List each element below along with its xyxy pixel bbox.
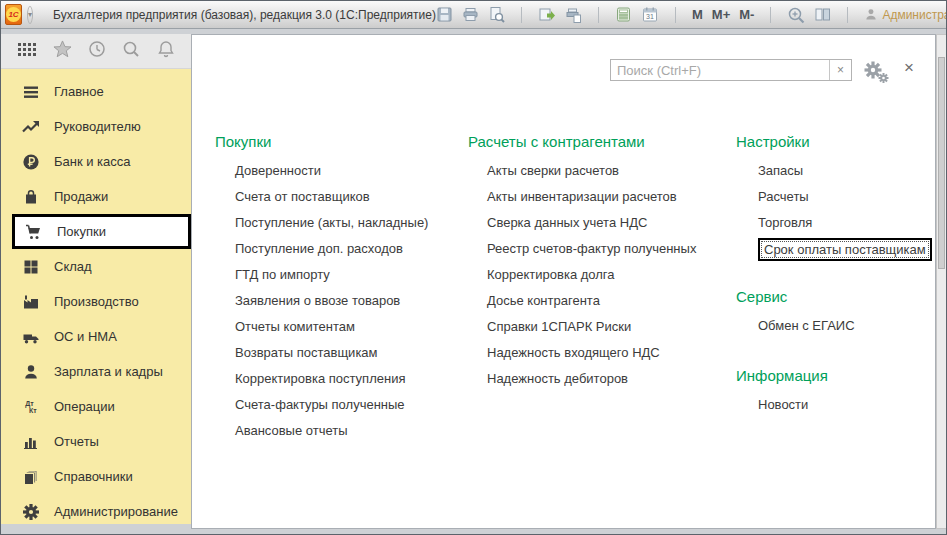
sidebar-item-main[interactable]: Главное xyxy=(1,74,191,109)
separator xyxy=(847,7,848,23)
memory-plus-button[interactable]: M+ xyxy=(712,7,730,22)
user-icon xyxy=(864,7,878,22)
sidebar-item-label: Покупки xyxy=(57,224,106,239)
sidebar-item-label: Производство xyxy=(54,294,139,309)
section-header: Настройки xyxy=(736,132,932,152)
search-input[interactable] xyxy=(611,60,829,80)
column-settings: Настройки Запасы Расчеты Торговля Срок о… xyxy=(736,132,932,418)
sidebar-item-bank-cash[interactable]: Банк и касса xyxy=(1,144,191,179)
sidebar-item-administration[interactable]: Администрирование xyxy=(1,494,191,524)
link-dosye-kontragenta[interactable]: Досье контрагента xyxy=(487,288,696,314)
calendar-icon[interactable]: 31 xyxy=(641,6,659,23)
print-preview-icon[interactable] xyxy=(488,6,505,23)
sidebar-item-production[interactable]: Производство xyxy=(1,284,191,319)
titlebar-toolbar: 31 M M+ M- Администратор i ▾ xyxy=(436,6,947,24)
cart-icon xyxy=(24,223,44,241)
sidebar-item-label: Отчеты xyxy=(54,434,99,449)
sidebar-item-salary-hr[interactable]: Зарплата и кадры xyxy=(1,354,191,389)
svg-text:31: 31 xyxy=(646,13,654,20)
debit-credit-icon: Дт Кт xyxy=(21,400,41,414)
link-korrektirovka-dolga[interactable]: Корректировка долга xyxy=(487,262,696,288)
link-akty-sverki-raschetov[interactable]: Акты сверки расчетов xyxy=(487,158,696,184)
books-icon xyxy=(21,468,41,486)
panel-close-button[interactable]: × xyxy=(904,58,914,78)
memory-button[interactable]: M xyxy=(692,7,703,22)
sidebar-item-sales[interactable]: Продажи xyxy=(1,179,191,214)
link-srok-oplaty-postavshchikam[interactable]: Срок оплаты поставщикам xyxy=(758,236,932,262)
shopping-bag-icon xyxy=(21,188,41,206)
search-clear-button[interactable]: × xyxy=(829,60,851,80)
memory-minus-button[interactable]: M- xyxy=(739,7,754,22)
print-document-icon[interactable] xyxy=(565,6,582,23)
column-purchases: Покупки Доверенности Счета от поставщико… xyxy=(215,132,428,444)
link-reestr-schetov-faktur-poluchennyh[interactable]: Реестр счетов-фактур полученных xyxy=(487,236,696,262)
panel-toolbar xyxy=(1,34,191,69)
link-postuplenie-dop-rashodov[interactable]: Поступление доп. расходов xyxy=(235,236,428,262)
save-icon[interactable] xyxy=(436,6,453,23)
sidebar-item-label: ОС и НМА xyxy=(54,329,117,344)
sidebar-item-label: Склад xyxy=(54,259,92,274)
trend-icon xyxy=(21,118,41,136)
link-torgovlya[interactable]: Торговля xyxy=(758,210,932,236)
sidebar-item-label: Главное xyxy=(54,84,104,99)
link-scheta-ot-postavshchikov[interactable]: Счета от поставщиков xyxy=(235,184,428,210)
send-file-icon[interactable] xyxy=(538,6,556,23)
section-header: Расчеты с контрагентами xyxy=(468,132,696,152)
link-novosti[interactable]: Новости xyxy=(758,392,932,418)
sidebar-item-label: Справочники xyxy=(54,469,133,484)
calculator-icon[interactable] xyxy=(615,6,632,23)
separator xyxy=(770,7,771,23)
settings-gears-button[interactable] xyxy=(863,60,890,88)
sidebar-item-label: Администрирование xyxy=(54,504,178,519)
link-sverka-dannyh-ucheta-nds[interactable]: Сверка данных учета НДС xyxy=(487,210,696,236)
link-doverennosti[interactable]: Доверенности xyxy=(235,158,428,184)
link-obmen-s-egais[interactable]: Обмен с ЕГАИС xyxy=(758,313,932,339)
zoom-icon[interactable] xyxy=(787,6,805,24)
history-clock-icon[interactable] xyxy=(88,40,106,62)
section-header: Покупки xyxy=(215,132,428,152)
service-menu-button[interactable] xyxy=(17,42,36,61)
link-scheta-faktury-poluchennye[interactable]: Счета-фактуры полученные xyxy=(235,392,428,418)
sidebar-item-reports[interactable]: Отчеты xyxy=(1,424,191,459)
sidebar-item-operations[interactable]: Дт Кт Операции xyxy=(1,389,191,424)
app-logo: 1С xyxy=(5,4,22,25)
window-title: Бухгалтерия предприятия (базовая), редак… xyxy=(53,8,436,22)
link-nadezhnost-debitorov[interactable]: Надежность дебиторов xyxy=(487,366,696,392)
link-avansovye-otchety[interactable]: Авансовые отчеты xyxy=(235,418,428,444)
link-zapasy[interactable]: Запасы xyxy=(758,158,932,184)
search-magnifier-icon[interactable] xyxy=(122,40,140,62)
scrollbar-track[interactable] xyxy=(936,34,947,529)
sidebar-item-directories[interactable]: Справочники xyxy=(1,459,191,494)
sidebar-item-fixed-assets[interactable]: ОС и НМА xyxy=(1,319,191,354)
link-nadezhnost-vhodyashchego-nds[interactable]: Надежность входящего НДС xyxy=(487,340,696,366)
split-window-icon[interactable] xyxy=(814,6,831,23)
link-vozvraty-postavshchikam[interactable]: Возвраты поставщикам xyxy=(235,340,428,366)
sidebar-item-label: Руководителю xyxy=(54,119,141,134)
sidebar-item-manager[interactable]: Руководителю xyxy=(1,109,191,144)
separator xyxy=(598,7,599,23)
link-zayavleniya-o-vvoze-tovarov[interactable]: Заявления о ввозе товаров xyxy=(235,288,428,314)
sidebar-item-purchases[interactable]: Покупки xyxy=(12,214,191,249)
link-akty-inventarizatsii-raschetov[interactable]: Акты инвентаризации расчетов xyxy=(487,184,696,210)
link-raschety[interactable]: Расчеты xyxy=(758,184,932,210)
app-window: 1С ▾ Бухгалтерия предприятия (базовая), … xyxy=(0,0,947,535)
scrollbar-thumb[interactable] xyxy=(938,57,945,269)
link-postuplenie-akty-nakladnye[interactable]: Поступление (акты, накладные) xyxy=(235,210,428,236)
sidebar-item-warehouse[interactable]: Склад xyxy=(1,249,191,284)
bar-chart-icon xyxy=(21,433,41,451)
separator xyxy=(521,7,522,23)
print-icon[interactable] xyxy=(462,6,479,23)
link-spravki-1spark-riski[interactable]: Справки 1СПАРК Риски xyxy=(487,314,696,340)
search-box: × xyxy=(610,59,852,81)
window-menu-button[interactable]: ▾ xyxy=(27,6,33,24)
title-bar: 1С ▾ Бухгалтерия предприятия (базовая), … xyxy=(1,1,946,29)
sidebar-item-label: Продажи xyxy=(54,189,108,204)
favorites-star-icon[interactable] xyxy=(53,40,72,62)
notifications-bell-icon[interactable] xyxy=(157,40,175,62)
link-korrektirovka-postupleniya[interactable]: Корректировка поступления xyxy=(235,366,428,392)
link-gtd-po-importu[interactable]: ГТД по импорту xyxy=(235,262,428,288)
sidebar-item-label: Банк и касса xyxy=(54,154,131,169)
username-label: Администратор xyxy=(882,8,947,22)
link-otchety-komitentam[interactable]: Отчеты комитентам xyxy=(235,314,428,340)
user-menu[interactable]: Администратор xyxy=(864,7,947,22)
